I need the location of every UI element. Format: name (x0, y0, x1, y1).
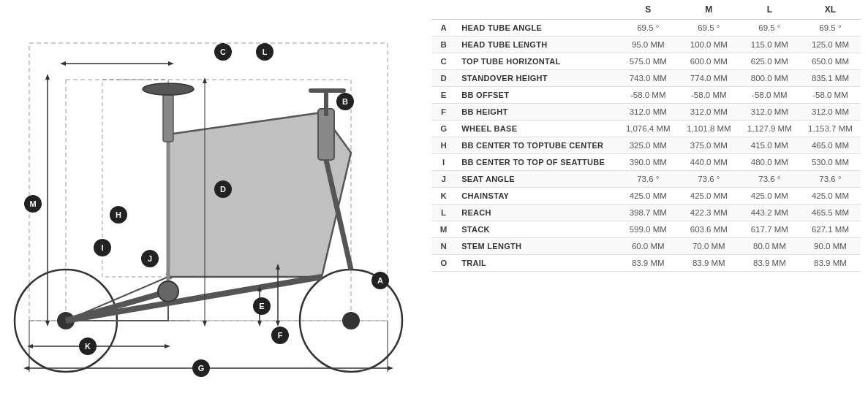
row-id: D (431, 70, 456, 87)
row-xl: 90.0 MM (800, 238, 861, 255)
col-header-id (431, 0, 456, 20)
row-s: 325.0 MM (618, 137, 679, 154)
measurements-table: S M L XL A HEAD TUBE ANGLE 69.5 ° 69.5 °… (424, 0, 868, 393)
row-s: 398.7 MM (618, 205, 679, 221)
row-xl: -58.0 MM (800, 87, 861, 104)
svg-point-14 (342, 312, 360, 329)
table-row: L REACH 398.7 MM 422.3 MM 443.2 MM 465.5… (431, 205, 861, 221)
svg-text:I: I (101, 243, 103, 252)
row-s: -58.0 MM (618, 87, 679, 104)
row-s: 69.5 ° (618, 20, 679, 37)
row-m: 603.6 MM (679, 221, 739, 238)
row-l: 415.0 MM (739, 137, 800, 154)
row-id: J (431, 171, 456, 188)
row-xl: 312.0 MM (800, 104, 861, 121)
row-s: 425.0 MM (618, 188, 679, 205)
row-m: 422.3 MM (679, 205, 739, 221)
row-xl: 530.0 MM (800, 154, 861, 171)
row-s: 83.9 MM (618, 255, 679, 272)
svg-text:K: K (85, 342, 91, 351)
row-s: 599.0 MM (618, 221, 679, 238)
table-row: D STANDOVER HEIGHT 743.0 MM 774.0 MM 800… (431, 70, 861, 87)
svg-marker-73 (45, 74, 50, 80)
svg-marker-77 (168, 61, 174, 66)
row-l: 312.0 MM (739, 104, 800, 121)
row-s: 60.0 MM (618, 238, 679, 255)
row-s: 312.0 MM (618, 104, 679, 121)
row-l: 625.0 MM (739, 53, 800, 70)
table-row: C TOP TUBE HORIZONTAL 575.0 MM 600.0 MM … (431, 53, 861, 70)
row-m: 375.0 MM (679, 137, 739, 154)
row-l: 73.6 ° (739, 171, 800, 188)
svg-text:B: B (342, 97, 348, 106)
svg-text:M: M (29, 199, 36, 208)
svg-text:A: A (377, 276, 383, 285)
row-xl: 465.5 MM (800, 205, 861, 221)
row-id: C (431, 53, 456, 70)
svg-rect-22 (318, 109, 334, 160)
row-id: N (431, 238, 456, 255)
row-xl: 125.0 MM (800, 37, 861, 53)
svg-marker-30 (23, 366, 29, 370)
row-m: 312.0 MM (679, 104, 739, 121)
row-s: 575.0 MM (618, 53, 679, 70)
row-id: F (431, 104, 456, 121)
row-id: K (431, 188, 456, 205)
row-label: HEAD TUBE ANGLE (456, 20, 618, 37)
row-id: H (431, 137, 456, 154)
row-label: CHAINSTAY (456, 188, 618, 205)
table-row: F BB HEIGHT 312.0 MM 312.0 MM 312.0 MM 3… (431, 104, 861, 121)
col-header-m: M (679, 0, 739, 20)
svg-marker-44 (203, 77, 207, 83)
row-l: 617.7 MM (739, 221, 800, 238)
row-xl: 627.1 MM (800, 221, 861, 238)
table-row: M STACK 599.0 MM 603.6 MM 617.7 MM 627.1… (431, 221, 861, 238)
svg-text:L: L (263, 47, 268, 56)
row-m: 440.0 MM (679, 154, 739, 171)
row-id: L (431, 205, 456, 221)
row-l: 1,127.9 MM (739, 121, 800, 137)
row-l: 425.0 MM (739, 188, 800, 205)
table-row: E BB OFFSET -58.0 MM -58.0 MM -58.0 MM -… (431, 87, 861, 104)
row-xl: 650.0 MM (800, 53, 861, 70)
svg-marker-31 (388, 366, 393, 370)
svg-marker-45 (203, 321, 207, 327)
row-l: 443.2 MM (739, 205, 800, 221)
row-id: O (431, 255, 456, 272)
row-label: BB OFFSET (456, 87, 618, 104)
svg-marker-41 (276, 321, 280, 327)
row-s: 743.0 MM (618, 70, 679, 87)
geometry-table: S M L XL A HEAD TUBE ANGLE 69.5 ° 69.5 °… (431, 0, 861, 272)
row-xl: 83.9 MM (800, 255, 861, 272)
row-label: BB HEIGHT (456, 104, 618, 121)
table-row: N STEM LENGTH 60.0 MM 70.0 MM 80.0 MM 90… (431, 238, 861, 255)
row-s: 73.6 ° (618, 171, 679, 188)
row-xl: 69.5 ° (800, 20, 861, 37)
row-id: E (431, 87, 456, 104)
svg-text:H: H (116, 210, 121, 219)
row-label: STACK (456, 221, 618, 238)
row-xl: 465.0 MM (800, 137, 861, 154)
table-row: J SEAT ANGLE 73.6 ° 73.6 ° 73.6 ° 73.6 ° (431, 171, 861, 188)
row-l: 80.0 MM (739, 238, 800, 255)
row-m: 70.0 MM (679, 238, 739, 255)
svg-point-24 (158, 281, 178, 302)
row-label: WHEEL BASE (456, 121, 618, 137)
svg-text:E: E (259, 302, 264, 310)
col-header-s: S (618, 0, 679, 20)
row-s: 1,076.4 MM (618, 121, 679, 137)
row-label: HEAD TUBE LENGTH (456, 37, 618, 53)
row-id: I (431, 154, 456, 171)
row-label: BB CENTER TO TOPTUBE CENTER (456, 137, 618, 154)
table-row: K CHAINSTAY 425.0 MM 425.0 MM 425.0 MM 4… (431, 188, 861, 205)
row-l: 69.5 ° (739, 20, 800, 37)
row-m: 425.0 MM (679, 188, 739, 205)
row-label: TOP TUBE HORIZONTAL (456, 53, 618, 70)
row-label: STANDOVER HEIGHT (456, 70, 618, 87)
row-l: 480.0 MM (739, 154, 800, 171)
row-label: REACH (456, 205, 618, 221)
row-s: 95.0 MM (618, 37, 679, 53)
table-row: I BB CENTER TO TOP OF SEATTUBE 390.0 MM … (431, 154, 861, 171)
svg-text:D: D (220, 185, 226, 194)
svg-text:G: G (198, 364, 205, 373)
